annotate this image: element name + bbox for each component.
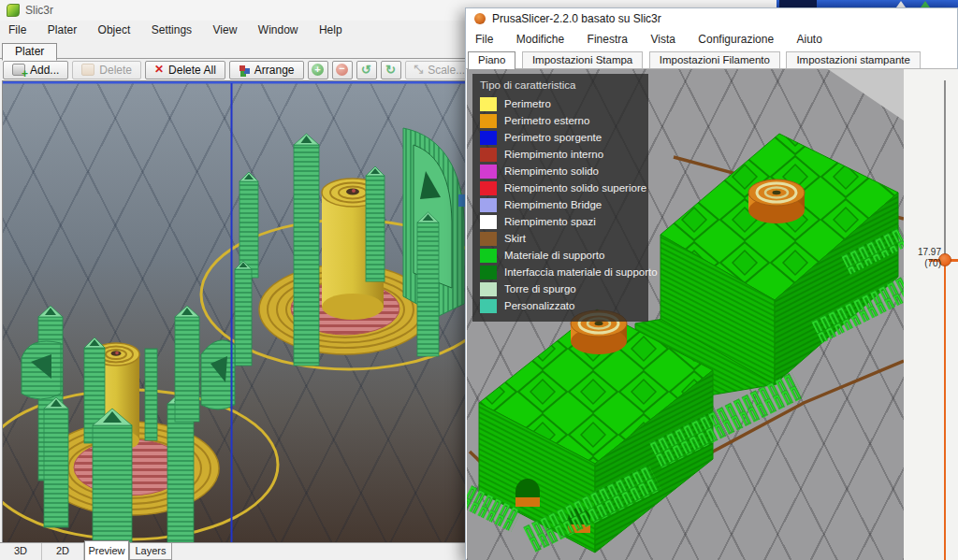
tab-impostazioni-filamento[interactable]: Impostazioni Filamento (649, 51, 780, 68)
print-object-front[interactable] (22, 306, 235, 542)
layer-number-value: (70) (904, 258, 941, 269)
scale-label: Scale... (428, 64, 465, 77)
legend-label: Perimetro (504, 98, 551, 109)
tab-impostazioni-stampa[interactable]: Impostazioni Stampa (522, 51, 643, 68)
legend-title: Tipo di caratteristica (480, 79, 641, 91)
legend-swatch (480, 266, 497, 280)
menu-vista[interactable]: Vista (641, 29, 684, 50)
menu-file[interactable]: File (466, 29, 502, 50)
upload-arrow-icon (896, 1, 906, 7)
delete-all-button[interactable]: ✕ Delete All (145, 61, 225, 79)
prusaslicer-window-title: PrusaSlicer-2.2.0 basato su Slic3r (492, 12, 661, 25)
legend-item: Perimetro sporgente (480, 129, 641, 146)
bed-far-corner (828, 69, 904, 121)
slider-track-lower[interactable] (944, 260, 946, 560)
legend-item: Riempimento interno (480, 146, 641, 163)
layer-slider-strip: 17.97 (70) (904, 69, 958, 560)
add-button[interactable]: Add... (3, 61, 68, 79)
legend-label: Skirt (504, 233, 526, 244)
legend-item: Personalizzato (480, 297, 641, 314)
legend-label: Riempimento spazi (504, 216, 596, 227)
screen: Slic3r File Plater Object Settings View … (0, 0, 958, 560)
delete-button[interactable]: Delete (72, 61, 141, 79)
feature-type-legend: Tipo di caratteristica Perimetro Perimet… (472, 74, 648, 322)
rotate-cw-button[interactable]: ↻ (381, 61, 401, 79)
menu-help[interactable]: Help (311, 21, 351, 40)
legend-swatch (480, 232, 497, 246)
prusaslicer-window: PrusaSlicer-2.2.0 basato su Slic3r File … (465, 7, 958, 560)
legend-item: Skirt (480, 230, 641, 247)
legend-swatch (480, 114, 497, 128)
prusaslicer-tabrow: Piano Impostazioni Stampa Impostazioni F… (466, 50, 957, 69)
legend-swatch (480, 249, 497, 263)
menu-modifiche[interactable]: Modifiche (507, 29, 573, 50)
legend-label: Torre di spurgo (504, 283, 576, 294)
legend-swatch (480, 131, 497, 145)
support-pillars (38, 306, 199, 542)
rotate-ccw-button[interactable]: ↺ (356, 61, 377, 79)
print-bed[interactable]: Tipo di caratteristica Perimetro Perimet… (467, 69, 904, 560)
minus-circle-icon: − (336, 64, 348, 76)
scale-icon: ⤡ (414, 65, 424, 75)
rotate-cw-icon: ↻ (385, 65, 396, 75)
legend-label: Personalizzato (504, 300, 574, 311)
legend-label: Riempimento Bridge (504, 199, 602, 210)
legend-label: Riempimento solido superiore (504, 182, 646, 194)
legend-item: Riempimento solido (480, 163, 641, 179)
arrange-icon (239, 65, 250, 76)
prusaslicer-3d-viewport[interactable]: Tipo di caratteristica Perimetro Perimet… (467, 69, 958, 560)
slic3r-window-title: Slic3r (25, 4, 53, 17)
slider-track-upper[interactable] (944, 80, 946, 260)
legend-label: Perimetro esterno (504, 115, 589, 126)
add-label: Add... (30, 64, 59, 77)
tab-3d[interactable]: 3D (0, 543, 42, 560)
menu-configurazione[interactable]: Configurazione (689, 29, 783, 50)
menu-object[interactable]: Object (90, 21, 139, 40)
scale-button[interactable]: ⤡ Scale... (405, 61, 475, 79)
menu-plater[interactable]: Plater (39, 21, 85, 40)
arrange-button[interactable]: Arrange (229, 61, 304, 79)
delete-all-icon: ✕ (154, 65, 164, 75)
print-object-back[interactable] (216, 128, 464, 366)
legend-label: Riempimento solido (504, 165, 599, 177)
tab-2d[interactable]: 2D (42, 543, 84, 560)
menu-aiuto[interactable]: Aiuto (788, 29, 832, 50)
legend-swatch (480, 148, 497, 162)
menu-file[interactable]: File (0, 21, 35, 40)
prusaslicer-menubar: File Modifiche Finestra Vista Configuraz… (466, 29, 957, 50)
layer-height-value: 17.97 (904, 247, 941, 258)
arrange-label: Arrange (254, 64, 295, 77)
tab-impostazioni-stampante[interactable]: Impostazioni stampante (786, 51, 920, 68)
legend-item: Torre di spurgo (480, 280, 641, 297)
legend-item: Riempimento Bridge (480, 196, 641, 213)
legend-item: Riempimento solido superiore (480, 179, 641, 196)
legend-item: Perimetro esterno (480, 112, 641, 129)
menu-settings[interactable]: Settings (143, 21, 200, 40)
prusaslicer-titlebar[interactable]: PrusaSlicer-2.2.0 basato su Slic3r (466, 8, 957, 29)
tab-preview[interactable]: Preview (84, 540, 129, 560)
delete-icon (81, 64, 94, 76)
menu-finestra[interactable]: Finestra (578, 29, 637, 50)
rotate-minus-45-button[interactable]: − (332, 61, 353, 79)
legend-item: Riempimento spazi (480, 213, 641, 230)
legend-swatch (480, 198, 497, 212)
legend-swatch (480, 282, 497, 296)
rotate-ccw-icon: ↺ (361, 65, 371, 75)
delete-all-label: Delete All (168, 64, 216, 77)
tab-piano[interactable]: Piano (468, 51, 515, 69)
menu-view[interactable]: View (205, 21, 246, 40)
rotate-plus-45-button[interactable]: + (308, 61, 328, 79)
legend-swatch (480, 299, 497, 313)
legend-swatch (480, 165, 497, 179)
printed-part-back (748, 179, 805, 223)
legend-item: Interfaccia materiale di supporto (480, 264, 641, 280)
legend-item: Materiale di supporto (480, 247, 641, 264)
legend-label: Materiale di supporto (504, 250, 604, 261)
legend-label: Interfaccia materiale di supporto (504, 266, 658, 278)
menu-window[interactable]: Window (250, 21, 307, 40)
legend-label: Riempimento interno (504, 149, 603, 160)
legend-swatch (480, 181, 497, 195)
delete-label: Delete (99, 64, 132, 77)
tab-layers[interactable]: Layers (129, 543, 172, 560)
layer-slider-label: 17.97 (70) (904, 247, 941, 269)
